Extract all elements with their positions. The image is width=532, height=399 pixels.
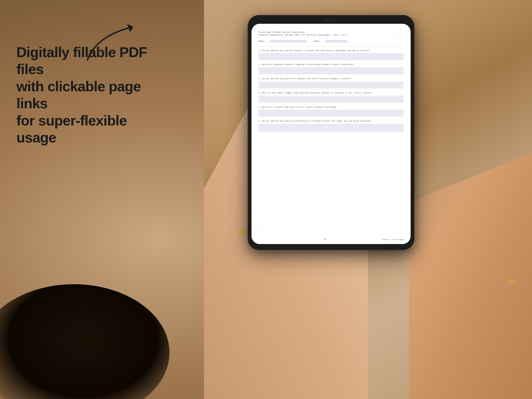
question-5-block: 5. How do you currently cope with stress… bbox=[259, 106, 404, 117]
question-1-block: 1. Can you identify any specific thought… bbox=[259, 49, 404, 60]
question-2-text: 2. How do you typically respond to negat… bbox=[259, 63, 404, 66]
watermark-bottom-left bbox=[254, 220, 270, 237]
question-3-answer[interactable] bbox=[259, 81, 404, 89]
question-5-text: 5. How do you currently cope with stress… bbox=[259, 106, 404, 109]
question-3-text: 3. Can you describe any patterns of beha… bbox=[259, 78, 404, 80]
promo-line2: with clickable page links bbox=[16, 78, 141, 111]
promo-text: Digitally fillable PDF files with clicka… bbox=[16, 44, 153, 146]
pdf-name-date-row: Name: Date: bbox=[259, 40, 404, 43]
camera-area bbox=[326, 19, 336, 22]
question-4-block: 4. What are some common triggers that ex… bbox=[259, 92, 404, 103]
pdf-footer: 20 ← Back to First Page bbox=[259, 239, 404, 241]
question-1-answer[interactable] bbox=[259, 53, 404, 60]
pdf-back-link[interactable]: ← Back to First Page bbox=[381, 239, 404, 241]
promo-line1: Digitally fillable PDF files bbox=[16, 44, 147, 77]
question-6-answer[interactable] bbox=[259, 124, 404, 132]
question-1-text: 1. Can you identify any specific thought… bbox=[259, 49, 404, 52]
promo-text-container: Digitally fillable PDF files with clicka… bbox=[16, 44, 153, 146]
camera-dot-1 bbox=[326, 19, 328, 21]
tablet-screen: Parenting Therapy Session Questions: Cog… bbox=[252, 24, 411, 244]
scene-container: Parenting Therapy Session Questions: Cog… bbox=[204, 0, 532, 399]
pdf-name-input[interactable] bbox=[270, 40, 306, 43]
question-3-block: 3. Can you describe any patterns of beha… bbox=[259, 78, 404, 89]
question-6-text: 6. Can you identify any cognitive distor… bbox=[259, 120, 404, 123]
pdf-divider bbox=[259, 46, 404, 47]
pdf-title-line1: Parenting Therapy Session Questions: bbox=[259, 31, 404, 33]
question-4-text: 4. What are some common triggers that ex… bbox=[259, 92, 404, 95]
pdf-title-line2: Cognitive-Behavioral Therapy (CBT) for P… bbox=[259, 34, 404, 36]
pdf-date-label: Date: bbox=[314, 40, 320, 42]
question-2-answer[interactable] bbox=[259, 67, 404, 74]
pdf-page-number: 20 bbox=[324, 239, 326, 241]
promo-line3: for super-flexible usage bbox=[16, 113, 127, 145]
camera-dot-2 bbox=[334, 19, 336, 21]
pdf-date-input[interactable] bbox=[326, 40, 347, 43]
question-2-block: 2. How do you typically respond to negat… bbox=[259, 63, 404, 74]
tablet-device: Parenting Therapy Session Questions: Cog… bbox=[248, 15, 414, 250]
pdf-name-label: Name: bbox=[259, 40, 265, 42]
question-5-answer[interactable] bbox=[259, 110, 404, 117]
question-4-answer[interactable] bbox=[259, 96, 404, 103]
camera-dot-center bbox=[330, 19, 332, 22]
question-6-block: 6. Can you identify any cognitive distor… bbox=[259, 120, 404, 132]
pdf-content: Parenting Therapy Session Questions: Cog… bbox=[252, 24, 411, 244]
